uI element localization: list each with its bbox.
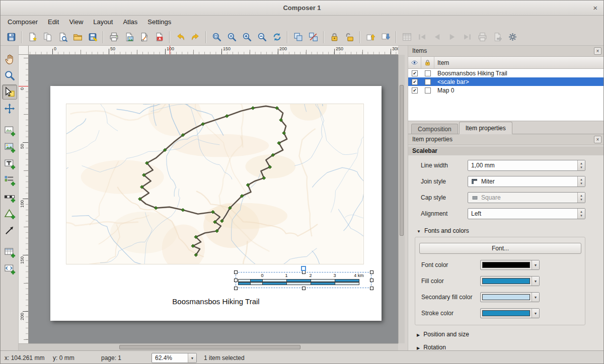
add-new-map-button[interactable] <box>2 123 17 138</box>
menu-settings[interactable]: Settings <box>142 16 176 29</box>
join-style-arrows[interactable]: ▲▼ <box>577 176 585 187</box>
selection-handle[interactable] <box>302 287 306 290</box>
panel-splitter[interactable] <box>405 46 408 350</box>
atlas-first-button[interactable] <box>414 30 429 44</box>
selection-center-handle[interactable] <box>301 266 306 271</box>
spin-up-icon[interactable]: ▲ <box>580 194 583 198</box>
redo-button[interactable] <box>188 30 203 44</box>
window-close-button[interactable]: × <box>593 1 597 16</box>
menu-composer[interactable]: Composer <box>3 16 43 29</box>
lock-checkbox[interactable] <box>425 79 431 85</box>
atlas-settings-button[interactable] <box>505 30 520 44</box>
font-button[interactable]: Font... <box>419 243 581 254</box>
fonts-and-colors-section-header[interactable]: ▼Fonts and colors <box>408 227 604 235</box>
atlas-last-button[interactable] <box>460 30 475 44</box>
spin-up-icon[interactable]: ▲ <box>580 210 583 214</box>
line-width-spinbox[interactable]: 1,00 mm▲▼ <box>468 160 585 171</box>
add-image-button[interactable] <box>2 140 17 155</box>
section-header-rotation[interactable]: ▶Rotation <box>408 343 604 350</box>
spin-down-icon[interactable]: ▼ <box>580 198 583 202</box>
add-html-frame-button[interactable] <box>2 261 17 277</box>
add-arrow-button[interactable] <box>2 223 17 238</box>
menu-atlas[interactable]: Atlas <box>118 16 142 29</box>
section-header-position-and-size[interactable]: ▶Position and size <box>408 330 604 338</box>
add-attribute-table-button[interactable] <box>2 245 17 260</box>
cap-style-arrows[interactable]: ▲▼ <box>577 193 585 203</box>
group-items-button[interactable] <box>290 30 306 44</box>
font-color-button[interactable]: ▼ <box>480 260 540 270</box>
raise-items-button[interactable] <box>363 30 378 44</box>
stroke-color-button[interactable]: ▼ <box>480 308 540 318</box>
item-row[interactable]: ✔<scale bar> <box>408 77 604 86</box>
horizontal-scroll-thumb[interactable] <box>119 345 300 349</box>
atlas-prev-button[interactable] <box>429 30 444 44</box>
export-atlas-button[interactable] <box>490 30 505 44</box>
alignment-arrows[interactable]: ▲▼ <box>577 209 585 219</box>
zoom-in-button[interactable] <box>239 30 254 44</box>
atlas-next-button[interactable] <box>444 30 460 44</box>
stroke-color-dropdown-arrow-icon[interactable]: ▼ <box>532 309 539 318</box>
paper-page[interactable]: 01234 km Boosmansbos Hiking Trail <box>50 86 382 321</box>
label-item[interactable]: Boosmansbos Hiking Trail <box>50 297 382 306</box>
select-move-item-button[interactable] <box>2 84 17 100</box>
secondary-fill-color-button[interactable]: ▼ <box>480 292 540 302</box>
load-from-template-button[interactable] <box>70 30 85 44</box>
add-new-scalebar-button[interactable] <box>2 190 17 205</box>
selection-handle[interactable] <box>234 287 238 290</box>
undo-button[interactable] <box>173 30 188 44</box>
selection-handle[interactable] <box>370 279 373 282</box>
cap-style-combobox[interactable]: Square▲▼ <box>468 192 585 203</box>
new-composer-button[interactable] <box>25 30 40 44</box>
visibility-checkbox[interactable]: ✔ <box>412 87 418 94</box>
lower-items-button[interactable] <box>378 30 393 44</box>
lock-items-button[interactable] <box>327 30 342 44</box>
ungroup-items-button[interactable] <box>306 30 321 44</box>
item-row[interactable]: ✔Map 0 <box>408 86 604 95</box>
export-image-button[interactable] <box>121 30 136 44</box>
zoom-full-button[interactable] <box>209 30 224 44</box>
fill-color-button[interactable]: ▼ <box>480 276 540 286</box>
visibility-checkbox[interactable]: ✔ <box>412 70 418 76</box>
move-item-content-button[interactable] <box>2 101 17 116</box>
tab-composition[interactable]: Composition <box>411 124 458 134</box>
line-width-arrows[interactable]: ▲▼ <box>577 160 585 170</box>
zoom-dropdown-arrow-icon[interactable]: ▼ <box>188 353 196 362</box>
menu-edit[interactable]: Edit <box>43 16 64 29</box>
selection-handle[interactable] <box>234 279 238 282</box>
item-row[interactable]: ✔Boosmansbos Hiking Trail <box>408 69 604 77</box>
selection-handle[interactable] <box>370 287 373 290</box>
visibility-checkbox[interactable]: ✔ <box>412 79 418 85</box>
join-style-combobox[interactable]: Miter▲▼ <box>468 176 585 187</box>
menu-layout[interactable]: Layout <box>88 16 118 29</box>
export-svg-button[interactable] <box>136 30 152 44</box>
spin-up-icon[interactable]: ▲ <box>580 161 583 165</box>
zoom-button[interactable] <box>2 68 17 83</box>
atlas-preview-button[interactable] <box>399 30 414 44</box>
spin-down-icon[interactable]: ▼ <box>580 181 583 186</box>
spin-down-icon[interactable]: ▼ <box>580 165 583 169</box>
item-properties-close-button[interactable]: × <box>594 136 601 143</box>
add-basic-shape-button[interactable] <box>2 206 17 221</box>
refresh-button[interactable] <box>269 30 284 44</box>
map-item[interactable] <box>66 104 364 264</box>
font-color-dropdown-arrow-icon[interactable]: ▼ <box>532 260 539 269</box>
fill-color-dropdown-arrow-icon[interactable]: ▼ <box>532 277 539 286</box>
lock-checkbox[interactable] <box>425 70 431 76</box>
zoom-out-button[interactable] <box>254 30 269 44</box>
horizontal-scrollbar[interactable] <box>19 343 398 350</box>
selection-handle[interactable] <box>234 270 238 274</box>
spin-up-icon[interactable]: ▲ <box>580 177 583 181</box>
lock-checkbox[interactable] <box>425 87 431 94</box>
secondary-fill-color-dropdown-arrow-icon[interactable]: ▼ <box>532 293 539 302</box>
composer-manager-button[interactable] <box>55 30 70 44</box>
items-panel-close-button[interactable]: × <box>594 47 601 55</box>
print-atlas-button[interactable] <box>475 30 490 44</box>
zoom-level-combobox[interactable]: 62.4% ▼ <box>152 353 197 363</box>
zoom-actual-button[interactable] <box>224 30 239 44</box>
titlebar[interactable]: Composer 1 × <box>1 1 603 16</box>
save-project-button[interactable] <box>4 30 19 44</box>
add-new-legend-button[interactable] <box>2 173 17 188</box>
add-new-label-button[interactable] <box>2 156 17 171</box>
spin-down-icon[interactable]: ▼ <box>580 214 583 218</box>
pan-button[interactable] <box>2 51 17 66</box>
